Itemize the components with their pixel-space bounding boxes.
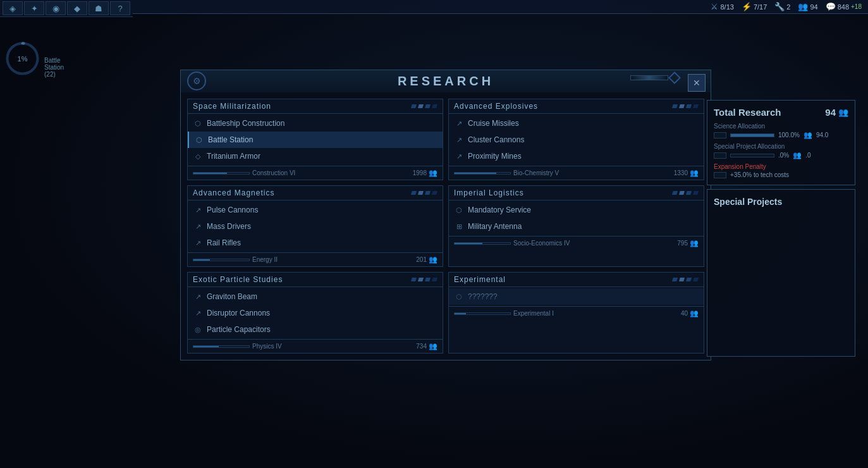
section-footer-militarization: Construction VI 1998 👥 [188, 166, 443, 180]
item-battleship-construction[interactable]: ⬡ Battleship Construction [188, 115, 443, 132]
section-deco-experimental [672, 278, 699, 281]
special-projects-panel: Special Projects [707, 189, 855, 357]
science-bar-fill [731, 134, 774, 137]
footer-right-experimental: 40 👥 [681, 309, 699, 317]
science-percent: 100.0% [778, 132, 800, 139]
section-deco-explosives [672, 104, 699, 108]
section-deco-magnetics [411, 191, 437, 195]
nav-icons: ◈ ✦ ◉ ◆ ☗ ? [0, 0, 133, 17]
footer-right-explosives: 1330 👥 [674, 169, 699, 177]
item-pulse-cannons[interactable]: ↗ Pulse Cannons [188, 202, 443, 218]
section-items-magnetics: ↗ Pulse Cannons ↗ Mass Drivers ↗ Rail Ri… [188, 200, 443, 252]
energy-icon: ⚡ [742, 2, 752, 11]
science-allocation-row: Science Allocation 100.0% 👥 94.0 [714, 123, 848, 139]
people-icon-exot: 👥 [429, 342, 437, 350]
science-bar [730, 133, 774, 137]
special-projects-title: Special Projects [714, 197, 782, 207]
total-research-value: 94 [825, 107, 836, 118]
section-deco-militarization [411, 104, 437, 108]
section-title-exotic: Exotic Particle Studies [193, 275, 283, 284]
item-rail-rifles[interactable]: ↗ Rail Rifles [188, 235, 443, 251]
section-header-experimental: Experimental [449, 273, 704, 287]
topbar-stat-2: ⚡ 7/17 [742, 2, 767, 11]
battle-station-label: Battle Station (22) [44, 57, 64, 78]
tritanium-icon: ◇ [193, 151, 203, 161]
special-bar-left-cap [714, 152, 726, 159]
footer-left-experimental: Experimental I [454, 310, 554, 317]
nav-btn-1[interactable]: ✦ [24, 1, 44, 15]
svg-text:1%: 1% [18, 55, 28, 63]
people-icon-mag: 👥 [429, 256, 437, 264]
item-cruise-missiles[interactable]: ↗ Cruise Missiles [449, 115, 704, 132]
item-mandatory-service[interactable]: ⬡ Mandatory Service [449, 202, 704, 218]
section-experimental: Experimental ⬡ ??????? Experimental I [448, 272, 704, 354]
cruise-missile-icon: ↗ [454, 118, 464, 128]
item-proximity-mines[interactable]: ↗ Proximity Mines [449, 148, 704, 164]
section-advanced-explosives: Advanced Explosives ↗ Cruise Missiles ↗ … [448, 99, 704, 180]
section-footer-explosives: Bio-Chemistry V 1330 👥 [449, 166, 704, 180]
science-people-icon: 👥 [804, 131, 812, 139]
cluster-cannon-icon: ↗ [454, 135, 464, 145]
nav-btn-2[interactable]: ◉ [46, 1, 66, 15]
nav-btn-3[interactable]: ◆ [67, 1, 87, 15]
special-people-icon: 👥 [793, 151, 802, 159]
topbar-stat-4: 👥 94 [798, 2, 817, 11]
special-value: .0 [805, 152, 810, 159]
item-graviton-beam[interactable]: ↗ Graviton Beam [188, 288, 443, 305]
item-mass-drivers[interactable]: ↗ Mass Drivers [188, 218, 443, 235]
item-unknown[interactable]: ⬡ ??????? [449, 288, 704, 305]
wrench-icon: 🔧 [774, 2, 785, 11]
expansion-penalty-row: Expansion Penalty +35.0% to tech costs [714, 163, 848, 178]
expansion-penalty-label: Expansion Penalty [714, 163, 848, 170]
item-battle-station[interactable]: ⬡ Battle Station [188, 132, 443, 148]
section-header-militarization: Space Militarization [188, 99, 443, 114]
section-deco-logistics [672, 191, 699, 195]
topbar-stat-1: ⚔ 8/13 [711, 2, 733, 11]
total-research-panel: Total Research 94 👥 Science Allocation 1… [707, 100, 855, 185]
particle-capacitor-icon: ◎ [193, 324, 203, 335]
section-exotic-particle: Exotic Particle Studies ↗ Graviton Beam … [187, 272, 443, 354]
people-icon-log: 👥 [690, 239, 699, 247]
footer-right-militarization: 1998 👥 [413, 169, 437, 177]
section-footer-experimental: Experimental I 40 👥 [449, 306, 704, 320]
nav-btn-4[interactable]: ☗ [89, 1, 109, 15]
footer-left-militarization: Construction VI [193, 169, 295, 176]
people-icon-exp: 👥 [690, 309, 699, 317]
item-tritanium-armor[interactable]: ◇ Tritanium Armor [188, 148, 443, 164]
footer-right-exotic: 734 👥 [416, 342, 437, 350]
expansion-bar-cap [714, 172, 726, 178]
science-bar-left-cap [714, 132, 726, 139]
close-button[interactable]: ✕ [688, 74, 706, 92]
section-header-magnetics: Advanced Magnetics [188, 186, 443, 200]
section-footer-exotic: Physics IV 734 👥 [188, 339, 443, 353]
section-deco-exotic [411, 278, 437, 281]
section-header-explosives: Advanced Explosives [449, 99, 704, 114]
item-cluster-cannons[interactable]: ↗ Cluster Cannons [449, 132, 704, 148]
section-header-logistics: Imperial Logistics [449, 186, 704, 200]
people-icon-top: 👥 [798, 2, 808, 11]
section-title-logistics: Imperial Logistics [454, 188, 524, 197]
item-military-antenna[interactable]: ⊞ Military Antenna [449, 218, 704, 235]
section-footer-logistics: Socio-Economics IV 795 👥 [449, 236, 704, 250]
disruptor-icon: ↗ [193, 308, 203, 318]
topbar-stat-5: 💬 848 +18 [826, 2, 862, 11]
item-disruptor-cannons[interactable]: ↗ Disruptor Cannons [188, 305, 443, 321]
battle-station-icon: ⬡ [194, 135, 204, 145]
footer-left-explosives: Bio-Chemistry V [454, 169, 559, 176]
section-imperial-logistics: Imperial Logistics ⬡ Mandatory Service ⊞… [448, 185, 704, 267]
nav-btn-help[interactable]: ? [110, 1, 130, 15]
expansion-value: +35.0% to tech costs [730, 171, 789, 178]
military-antenna-icon: ⊞ [454, 221, 464, 231]
section-items-explosives: ↗ Cruise Missiles ↗ Cluster Cannons ↗ Pr… [449, 114, 704, 166]
footer-left-exotic: Physics IV [193, 343, 282, 350]
nav-btn-0[interactable]: ◈ [3, 1, 23, 15]
special-bar [730, 154, 774, 157]
rail-rifle-icon: ↗ [193, 238, 203, 248]
section-title-experimental: Experimental [454, 275, 506, 284]
pulse-cannon-icon: ↗ [193, 205, 203, 215]
item-particle-capacitors[interactable]: ◎ Particle Capacitors [188, 321, 443, 338]
section-footer-magnetics: Energy II 201 👥 [188, 252, 443, 266]
special-allocation-row: Special Project Allocation .0% 👥 .0 [714, 143, 848, 159]
section-title-explosives: Advanced Explosives [454, 102, 538, 111]
modal-header-deco-right [630, 73, 679, 82]
